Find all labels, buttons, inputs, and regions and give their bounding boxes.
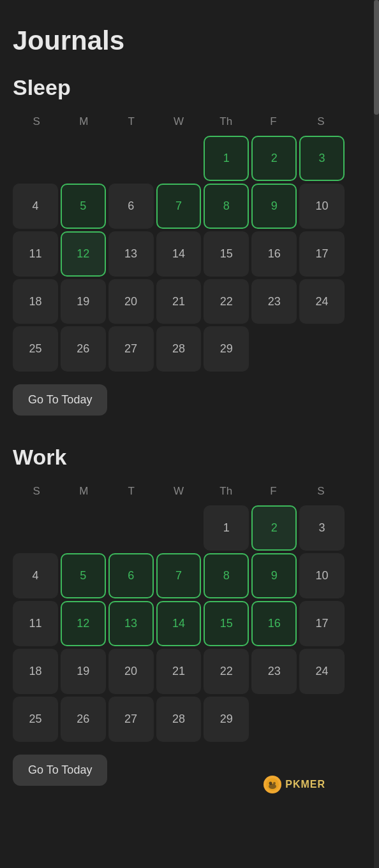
sleep-day-25[interactable]: 25 <box>13 326 58 372</box>
work-day-label-m: M <box>60 481 107 502</box>
sleep-day-22[interactable]: 22 <box>204 279 249 324</box>
sleep-day-label-th: Th <box>202 112 249 132</box>
work-day-1[interactable]: 1 <box>204 505 249 551</box>
sleep-calendar-header: S M T W Th F S <box>13 112 345 132</box>
sleep-day-label-t: T <box>108 112 155 132</box>
work-calendar-grid: 1 2 3 4 5 6 7 8 9 10 11 12 13 14 15 16 1… <box>13 505 345 741</box>
sleep-day-20[interactable]: 20 <box>108 279 154 324</box>
pkmer-branding: PKMER <box>264 776 345 793</box>
sleep-day-7[interactable]: 7 <box>156 184 202 229</box>
sleep-day-label-s1: S <box>13 112 60 132</box>
sleep-day-empty <box>299 326 345 372</box>
sleep-day-8[interactable]: 8 <box>204 184 249 229</box>
sleep-day-empty <box>156 136 202 181</box>
sleep-day-empty <box>13 136 58 181</box>
sleep-day-empty <box>61 136 106 181</box>
sleep-day-16[interactable]: 16 <box>251 231 297 277</box>
pkmer-logo-icon <box>264 776 281 793</box>
work-day-3[interactable]: 3 <box>299 505 345 551</box>
sleep-day-4[interactable]: 4 <box>13 184 58 229</box>
work-day-8[interactable]: 8 <box>204 553 249 598</box>
work-day-12[interactable]: 12 <box>61 601 106 646</box>
pkmer-text: PKMER <box>285 779 325 790</box>
sleep-day-27[interactable]: 27 <box>108 326 154 372</box>
work-day-label-s2: S <box>297 481 345 502</box>
sleep-go-today-button[interactable]: Go To Today <box>13 384 107 416</box>
sleep-day-17[interactable]: 17 <box>299 231 345 277</box>
svg-point-1 <box>269 784 276 789</box>
sleep-day-13[interactable]: 13 <box>108 231 154 277</box>
work-day-29[interactable]: 29 <box>204 697 249 742</box>
work-section: Work S M T W Th F S 1 2 3 4 <box>13 445 345 808</box>
work-go-today-button[interactable]: Go To Today <box>13 755 107 786</box>
work-day-label-th: Th <box>202 481 249 502</box>
sleep-day-10[interactable]: 10 <box>299 184 345 229</box>
work-day-6[interactable]: 6 <box>108 553 154 598</box>
sleep-day-12[interactable]: 12 <box>61 231 106 277</box>
work-calendar-header: S M T W Th F S <box>13 481 345 502</box>
work-day-7[interactable]: 7 <box>156 553 202 598</box>
sleep-day-3[interactable]: 3 <box>299 136 345 181</box>
svg-point-3 <box>273 782 276 785</box>
sleep-day-14[interactable]: 14 <box>156 231 202 277</box>
work-day-label-t: T <box>108 481 155 502</box>
sleep-day-23[interactable]: 23 <box>251 279 297 324</box>
work-day-4[interactable]: 4 <box>13 553 58 598</box>
page-title: Journals <box>13 25 345 56</box>
svg-point-2 <box>269 782 272 785</box>
sleep-day-9[interactable]: 9 <box>251 184 297 229</box>
work-day-14[interactable]: 14 <box>156 601 202 646</box>
sleep-day-label-m: M <box>60 112 107 132</box>
work-day-9[interactable]: 9 <box>251 553 297 598</box>
sleep-day-29[interactable]: 29 <box>204 326 249 372</box>
work-day-26[interactable]: 26 <box>61 697 106 742</box>
work-day-19[interactable]: 19 <box>61 649 106 694</box>
sleep-day-26[interactable]: 26 <box>61 326 106 372</box>
work-day-27[interactable]: 27 <box>108 697 154 742</box>
work-day-11[interactable]: 11 <box>13 601 58 646</box>
work-day-10[interactable]: 10 <box>299 553 345 598</box>
sleep-day-2[interactable]: 2 <box>251 136 297 181</box>
sleep-day-11[interactable]: 11 <box>13 231 58 277</box>
sleep-day-label-f: F <box>249 112 297 132</box>
work-day-24[interactable]: 24 <box>299 649 345 694</box>
sleep-day-empty <box>108 136 154 181</box>
sleep-section: Sleep S M T W Th F S 1 2 3 4 <box>13 75 345 438</box>
work-day-label-f: F <box>249 481 297 502</box>
work-day-empty <box>61 505 106 551</box>
sleep-day-label-s2: S <box>297 112 345 132</box>
work-day-20[interactable]: 20 <box>108 649 154 694</box>
work-day-15[interactable]: 15 <box>204 601 249 646</box>
work-calendar: S M T W Th F S 1 2 3 4 5 6 <box>13 481 345 741</box>
sleep-day-21[interactable]: 21 <box>156 279 202 324</box>
work-day-2[interactable]: 2 <box>251 505 297 551</box>
work-day-17[interactable]: 17 <box>299 601 345 646</box>
work-day-empty <box>108 505 154 551</box>
sleep-day-24[interactable]: 24 <box>299 279 345 324</box>
sleep-day-label-w: W <box>155 112 202 132</box>
scrollbar[interactable] <box>374 0 379 868</box>
work-day-25[interactable]: 25 <box>13 697 58 742</box>
work-day-label-w: W <box>155 481 202 502</box>
work-section-title: Work <box>13 445 345 470</box>
scrollbar-thumb[interactable] <box>374 0 379 115</box>
sleep-day-18[interactable]: 18 <box>13 279 58 324</box>
work-day-18[interactable]: 18 <box>13 649 58 694</box>
sleep-day-28[interactable]: 28 <box>156 326 202 372</box>
work-day-13[interactable]: 13 <box>108 601 154 646</box>
sleep-calendar: S M T W Th F S 1 2 3 4 5 6 <box>13 112 345 372</box>
work-day-16[interactable]: 16 <box>251 601 297 646</box>
work-day-21[interactable]: 21 <box>156 649 202 694</box>
work-day-empty <box>13 505 58 551</box>
sleep-day-19[interactable]: 19 <box>61 279 106 324</box>
sleep-day-6[interactable]: 6 <box>108 184 154 229</box>
work-day-28[interactable]: 28 <box>156 697 202 742</box>
sleep-day-5[interactable]: 5 <box>61 184 106 229</box>
work-day-label-s1: S <box>13 481 60 502</box>
work-day-empty <box>156 505 202 551</box>
work-day-5[interactable]: 5 <box>61 553 106 598</box>
work-day-22[interactable]: 22 <box>204 649 249 694</box>
sleep-day-1[interactable]: 1 <box>204 136 249 181</box>
sleep-day-15[interactable]: 15 <box>204 231 249 277</box>
work-day-23[interactable]: 23 <box>251 649 297 694</box>
